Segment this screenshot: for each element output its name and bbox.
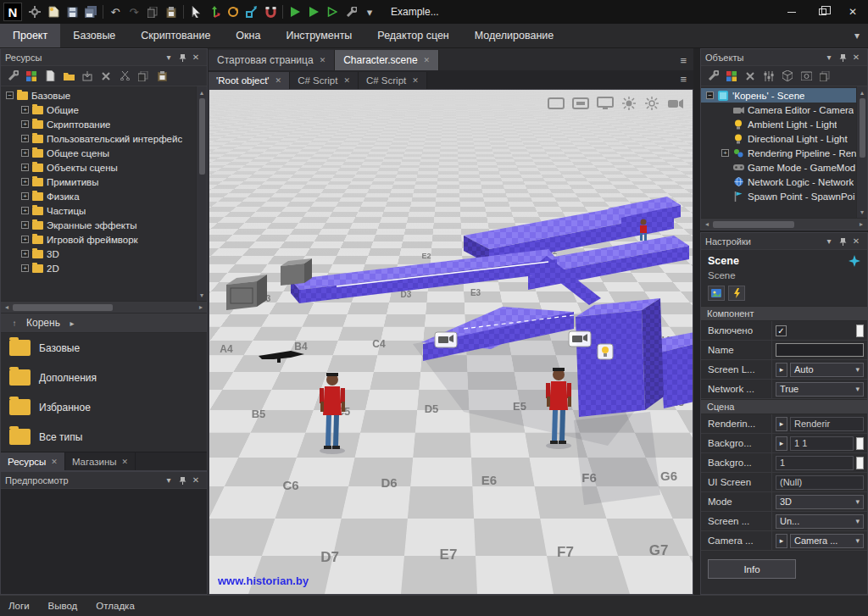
events-view-icon[interactable] xyxy=(728,286,745,301)
camera-gizmo-icon[interactable] xyxy=(435,332,457,347)
tab-csharp-script-2[interactable]: C# Script✕ xyxy=(359,72,427,89)
restore-button[interactable] xyxy=(807,0,837,24)
close-icon[interactable]: ✕ xyxy=(275,76,282,85)
horizontal-scrollbar[interactable]: ◂ ▸ xyxy=(701,218,867,230)
menu-item-windows[interactable]: Окна xyxy=(223,24,273,47)
copy-icon[interactable] xyxy=(816,68,833,85)
scroll-down-icon[interactable]: ▾ xyxy=(856,206,867,218)
expand-icon[interactable]: + xyxy=(21,135,29,142)
pin-icon[interactable] xyxy=(836,51,849,64)
scene-3d-structure[interactable] xyxy=(209,90,693,593)
vertical-scrollbar[interactable]: ▴ ▾ xyxy=(856,86,867,218)
expand-icon[interactable]: + xyxy=(21,207,29,214)
tree-item-camera-editor[interactable]: Camera Editor - Camera xyxy=(701,103,856,117)
expand-icon[interactable]: + xyxy=(721,149,729,157)
paste-icon[interactable] xyxy=(162,3,181,21)
delete-icon[interactable] xyxy=(97,68,114,85)
pin-icon[interactable] xyxy=(175,51,189,64)
sun-outline-icon[interactable] xyxy=(644,97,659,110)
new-folder-icon[interactable] xyxy=(60,68,77,85)
copy-icon[interactable] xyxy=(135,68,152,85)
rifle-prop[interactable] xyxy=(259,351,304,359)
play-icon[interactable] xyxy=(286,3,304,21)
status-tab-debug[interactable]: Отладка xyxy=(96,601,134,611)
crate[interactable] xyxy=(226,275,267,310)
redo-icon[interactable]: ↷ xyxy=(125,3,143,21)
menu-item-scene-editor[interactable]: Редактор сцен xyxy=(364,24,461,47)
panel-menu-chevron-icon[interactable]: ▾ xyxy=(162,51,175,64)
close-icon[interactable]: ✕ xyxy=(343,76,350,85)
tree-item[interactable]: +Пользовательский интерфейс xyxy=(1,131,207,146)
tree-item[interactable]: +Объекты сцены xyxy=(1,160,207,175)
default-indicator[interactable] xyxy=(856,325,864,337)
close-icon[interactable]: ✕ xyxy=(51,458,58,466)
tools-wrench-icon[interactable] xyxy=(704,68,721,85)
close-icon[interactable]: ✕ xyxy=(412,76,419,85)
cut-icon[interactable] xyxy=(116,68,133,85)
tab-list-menu-icon[interactable]: ≡ xyxy=(680,54,693,70)
import-icon[interactable] xyxy=(79,68,96,85)
cube-icon[interactable] xyxy=(779,68,796,85)
close-icon[interactable]: ✕ xyxy=(122,458,129,466)
expand-property-icon[interactable]: ▸ xyxy=(776,417,787,431)
collapse-icon[interactable]: − xyxy=(6,92,14,99)
paste-icon[interactable] xyxy=(153,68,170,85)
save-all-icon[interactable] xyxy=(81,3,100,21)
expand-icon[interactable]: + xyxy=(21,250,29,258)
list-item[interactable]: Все типы xyxy=(1,422,207,452)
tree-item[interactable]: +Примитивы xyxy=(1,175,207,189)
mode-dropdown[interactable]: 3D▾ xyxy=(776,495,864,509)
screen-orientation-dropdown[interactable]: Un...▾ xyxy=(776,514,864,529)
scrollbar-thumb[interactable] xyxy=(860,98,865,158)
tab-resources[interactable]: Ресурсы✕ xyxy=(1,452,65,470)
info-button[interactable]: Info xyxy=(708,559,796,579)
menu-item-project[interactable]: Проект xyxy=(0,24,60,47)
list-item[interactable]: Дополнения xyxy=(1,363,207,392)
delete-icon[interactable] xyxy=(742,68,759,85)
build-tool-icon[interactable] xyxy=(342,3,360,21)
scrollbar-thumb[interactable] xyxy=(713,221,794,228)
pin-icon[interactable] xyxy=(836,235,849,248)
rotate-tool-icon[interactable] xyxy=(224,3,242,21)
components-puzzle-icon[interactable] xyxy=(23,68,40,85)
panel-menu-chevron-icon[interactable]: ▾ xyxy=(822,235,836,248)
tree-item-rendering-pipeline[interactable]: + Rendering Pipeline - Ren xyxy=(701,146,856,160)
expand-icon[interactable]: + xyxy=(21,106,29,114)
save-icon[interactable] xyxy=(63,3,81,21)
menu-item-basic[interactable]: Базовые xyxy=(60,24,128,47)
tree-item-root[interactable]: − Базовые xyxy=(1,88,207,103)
list-item[interactable]: Избранное xyxy=(1,392,207,422)
scroll-left-icon[interactable]: ◂ xyxy=(701,219,713,230)
expand-icon[interactable]: + xyxy=(21,120,29,128)
collapse-icon[interactable]: − xyxy=(706,92,714,99)
close-icon[interactable]: ✕ xyxy=(849,235,863,248)
play-second-icon[interactable] xyxy=(304,3,323,21)
sun-icon[interactable] xyxy=(621,97,637,110)
display-icon[interactable] xyxy=(597,97,614,110)
tree-item-spawn-point[interactable]: Spawn Point - SpawnPoi xyxy=(701,189,856,203)
ui-screen-value[interactable]: (Null) xyxy=(776,475,864,490)
screen-label-dropdown[interactable]: Auto▾ xyxy=(790,363,864,377)
color-swatch[interactable] xyxy=(856,437,864,450)
tree-item-scene-root[interactable]: − 'Корень' - Scene xyxy=(701,88,856,103)
snap-tool-icon[interactable] xyxy=(261,3,280,21)
watermark-link[interactable]: www.historian.by xyxy=(218,574,309,587)
minimize-button[interactable] xyxy=(776,0,807,24)
tools-wrench-icon[interactable] xyxy=(4,68,21,85)
scene-viewport[interactable]: E2F2G2B3C3D3E3A4B4C4H4B5C5D5E5F5H5C6D6E6… xyxy=(209,89,693,595)
expand-icon[interactable]: + xyxy=(21,192,29,200)
network-mode-dropdown[interactable]: True▾ xyxy=(776,382,864,397)
region-icon[interactable] xyxy=(548,97,565,110)
select-cursor-icon[interactable] xyxy=(186,3,205,21)
tab-character-scene[interactable]: Character.scene✕ xyxy=(335,50,439,70)
tab-stores[interactable]: Магазины✕ xyxy=(65,452,136,470)
panel-menu-chevron-icon[interactable]: ▾ xyxy=(162,474,175,487)
light-gizmo-icon[interactable] xyxy=(598,344,613,359)
expand-icon[interactable]: + xyxy=(21,221,29,229)
character[interactable] xyxy=(320,373,345,449)
screenshot-icon[interactable] xyxy=(798,68,815,85)
tree-item-network-logic[interactable]: Network Logic - Network xyxy=(701,175,856,189)
scroll-up-icon[interactable]: ▴ xyxy=(856,86,867,98)
properties-view-icon[interactable] xyxy=(708,286,725,301)
expand-icon[interactable]: + xyxy=(21,164,29,171)
